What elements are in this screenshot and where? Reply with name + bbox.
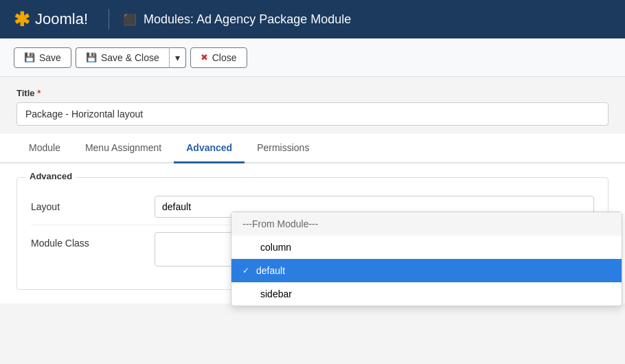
tab-permissions[interactable]: Permissions xyxy=(245,134,321,163)
save-button[interactable]: 💾 Save xyxy=(14,47,71,68)
close-label: Close xyxy=(212,52,237,63)
page-title: Modules: Ad Agency Package Module xyxy=(144,12,351,27)
dropdown-option-sidebar[interactable]: sidebar xyxy=(231,282,622,306)
save-label: Save xyxy=(39,52,61,63)
save-close-icon: 💾 xyxy=(86,52,97,62)
joomla-logo-icon: ✱ xyxy=(14,8,30,31)
chevron-down-icon: ▾ xyxy=(175,52,180,63)
required-indicator: * xyxy=(37,88,41,98)
fieldset-legend: Advanced xyxy=(25,171,76,181)
title-label: Title * xyxy=(16,88,609,98)
option-label-sidebar: sidebar xyxy=(260,288,292,299)
dropdown-option-column[interactable]: column xyxy=(231,236,622,259)
close-button[interactable]: ✖ Close xyxy=(190,47,247,68)
toolbar: 💾 Save 💾 Save & Close ▾ ✖ Close xyxy=(0,38,625,77)
layout-dropdown-overlay: ---From Module--- column ✓ default sideb… xyxy=(231,212,622,306)
close-icon: ✖ xyxy=(201,52,208,62)
save-close-button[interactable]: 💾 Save & Close xyxy=(76,47,169,68)
top-header: ✱ Joomla! ⬛ Modules: Ad Agency Package M… xyxy=(0,0,625,38)
save-icon: 💾 xyxy=(24,52,35,62)
option-label-default: default xyxy=(256,265,285,276)
tab-advanced[interactable]: Advanced xyxy=(174,134,245,163)
option-label-column: column xyxy=(260,242,291,253)
save-dropdown-button[interactable]: ▾ xyxy=(169,47,186,68)
layout-label: Layout xyxy=(31,196,155,212)
module-icon: ⬛ xyxy=(123,13,137,26)
content-area: Title * Module Menu Assignment Advanced … xyxy=(0,77,625,304)
tab-menu-assignment[interactable]: Menu Assignment xyxy=(73,134,174,163)
header-divider xyxy=(109,9,109,30)
title-input[interactable] xyxy=(16,102,609,126)
tab-module[interactable]: Module xyxy=(16,134,73,163)
title-section: Title * xyxy=(0,77,625,134)
save-close-group: 💾 Save & Close ▾ xyxy=(76,47,186,68)
dropdown-group-header: ---From Module--- xyxy=(231,212,622,236)
joomla-logo-text: Joomla! xyxy=(35,10,88,28)
save-close-label: Save & Close xyxy=(101,52,159,63)
joomla-logo: ✱ Joomla! xyxy=(14,8,88,31)
tabs-bar: Module Menu Assignment Advanced Permissi… xyxy=(0,134,625,163)
dropdown-option-default[interactable]: ✓ default xyxy=(231,259,622,282)
check-icon: ✓ xyxy=(242,266,249,275)
module-class-label: Module Class xyxy=(31,232,155,249)
